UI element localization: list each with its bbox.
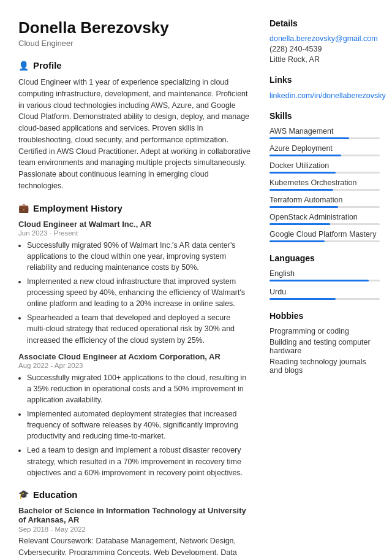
details-section: Details donella.berezovsky@gmail.com (22… <box>270 18 380 64</box>
job-bullet-0-2: Spearheaded a team that developed and de… <box>27 312 251 345</box>
job-bullet-1-0: Successfully migrated 100+ applications … <box>27 372 251 405</box>
job-dates-1: Aug 2022 - Apr 2023 <box>18 362 251 369</box>
skill-name-6: Google Cloud Platform Mastery <box>270 230 380 239</box>
hobby-item-2: Reading technology journals and blogs <box>270 358 380 375</box>
lang-bar-fill-0 <box>270 280 369 281</box>
skill-name-5: OpenStack Administration <box>270 213 380 221</box>
skill-item-3: Kubernetes Orchestration <box>270 178 380 191</box>
skill-bar-fill-4 <box>270 206 338 208</box>
left-column: Donella Berezovsky Cloud Engineer 👤 Prof… <box>0 18 263 555</box>
job-bullets-0: Successfully migrated 90% of Walmart Inc… <box>18 240 251 346</box>
skill-bar-bg-2 <box>270 172 380 174</box>
skill-name-0: AWS Management <box>270 127 380 136</box>
linkedin-link[interactable]: linkedin.com/in/donellaberezovsky <box>270 91 386 100</box>
lang-name-1: Urdu <box>270 288 380 296</box>
edu-coursework: Relevant Coursework: Database Management… <box>18 535 251 555</box>
skill-bar-fill-5 <box>270 223 330 225</box>
profile-title: 👤 Profile <box>18 60 251 71</box>
lang-name-0: English <box>270 269 380 278</box>
profile-text: Cloud Engineer with 1 year of experience… <box>18 77 251 192</box>
employment-title: 💼 Employment History <box>18 203 251 213</box>
job-item-1: Associate Cloud Engineer at Acxiom Corpo… <box>18 352 251 478</box>
jobs-container: Cloud Engineer at Walmart Inc., ARJun 20… <box>18 220 251 478</box>
links-title: Links <box>270 75 380 85</box>
edu-degree: Bachelor of Science in Information Techn… <box>18 506 251 524</box>
job-item-0: Cloud Engineer at Walmart Inc., ARJun 20… <box>18 220 251 346</box>
details-title: Details <box>270 18 380 28</box>
job-bullets-1: Successfully migrated 100+ applications … <box>18 372 251 478</box>
skill-bar-bg-1 <box>270 155 380 156</box>
employment-section: 💼 Employment History Cloud Engineer at W… <box>18 203 251 478</box>
hobbies-container: Programming or codingBuilding and testin… <box>270 327 380 375</box>
skill-item-1: Azure Deployment <box>270 144 380 156</box>
skill-bar-fill-2 <box>270 172 336 174</box>
education-icon: 🎓 <box>18 489 29 499</box>
languages-title: Languages <box>270 253 380 263</box>
hobbies-title: Hobbies <box>270 311 380 321</box>
languages-container: EnglishUrdu <box>270 269 380 300</box>
skill-item-0: AWS Management <box>270 127 380 139</box>
skill-name-3: Kubernetes Orchestration <box>270 178 380 187</box>
job-bullet-1-1: Implemented automated deployment strateg… <box>27 408 251 442</box>
skills-title: Skills <box>270 111 380 121</box>
skill-item-2: Docker Utilization <box>270 161 380 174</box>
skill-bar-bg-6 <box>270 240 380 242</box>
job-bullet-0-1: Implemented a new cloud infrastructure t… <box>27 276 251 309</box>
skill-bar-fill-0 <box>270 137 349 139</box>
skill-bar-bg-3 <box>270 189 380 191</box>
job-dates-0: Jun 2023 - Present <box>18 229 251 237</box>
profile-section: 👤 Profile Cloud Engineer with 1 year of … <box>18 60 251 192</box>
education-section: 🎓 Education Bachelor of Science in Infor… <box>18 489 251 555</box>
skill-name-2: Docker Utilization <box>270 161 380 170</box>
job-bullet-1-2: Led a team to design and implement a rob… <box>27 445 251 478</box>
job-company-1: Associate Cloud Engineer at Acxiom Corpo… <box>18 352 251 361</box>
skills-section: Skills AWS ManagementAzure DeploymentDoc… <box>270 111 380 242</box>
job-bullet-0-0: Successfully migrated 90% of Walmart Inc… <box>27 240 251 273</box>
skill-item-6: Google Cloud Platform Mastery <box>270 230 380 242</box>
skill-bar-bg-0 <box>270 137 380 139</box>
skill-bar-fill-3 <box>270 189 333 191</box>
job-company-0: Cloud Engineer at Walmart Inc., AR <box>18 220 251 229</box>
skill-bar-bg-5 <box>270 223 380 225</box>
lang-bar-fill-1 <box>270 298 336 300</box>
header-section: Donella Berezovsky Cloud Engineer <box>18 18 251 48</box>
education-title: 🎓 Education <box>18 489 251 500</box>
hobby-item-1: Building and testing computer hardware <box>270 338 380 355</box>
skill-bar-fill-1 <box>270 155 341 156</box>
profile-icon: 👤 <box>18 61 29 71</box>
skill-name-4: Terraform Automation <box>270 196 380 204</box>
links-section: Links linkedin.com/in/donellaberezovsky <box>270 75 380 100</box>
skill-bar-fill-6 <box>270 240 325 242</box>
skill-bar-bg-4 <box>270 206 380 208</box>
skills-container: AWS ManagementAzure DeploymentDocker Uti… <box>270 127 380 242</box>
skill-item-5: OpenStack Administration <box>270 213 380 225</box>
employment-icon: 💼 <box>18 203 29 213</box>
skill-name-1: Azure Deployment <box>270 144 380 153</box>
languages-section: Languages EnglishUrdu <box>270 253 380 300</box>
lang-bar-bg-0 <box>270 280 380 281</box>
edu-dates: Sep 2018 - May 2022 <box>18 526 251 533</box>
location: Little Rock, AR <box>270 55 380 64</box>
hobbies-section: Hobbies Programming or codingBuilding an… <box>270 311 380 375</box>
phone: (228) 240-4539 <box>270 45 380 53</box>
candidate-title: Cloud Engineer <box>18 39 251 48</box>
right-column: Details donella.berezovsky@gmail.com (22… <box>263 18 392 555</box>
lang-item-1: Urdu <box>270 288 380 300</box>
hobby-item-0: Programming or coding <box>270 327 380 335</box>
lang-item-0: English <box>270 269 380 281</box>
skill-item-4: Terraform Automation <box>270 196 380 208</box>
email-link[interactable]: donella.berezovsky@gmail.com <box>270 34 380 43</box>
candidate-name: Donella Berezovsky <box>18 18 251 37</box>
lang-bar-bg-1 <box>270 298 380 300</box>
